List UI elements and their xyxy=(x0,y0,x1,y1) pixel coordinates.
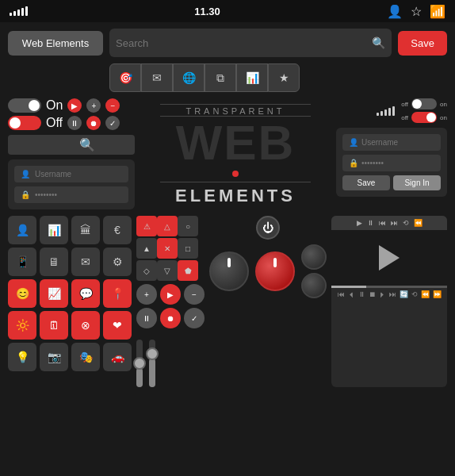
right-toggles: off on off on xyxy=(401,98,447,123)
grid-building-icon[interactable]: 🏛 xyxy=(71,216,100,244)
plus-button[interactable]: + xyxy=(86,98,101,113)
media-icon-r8[interactable]: ▽ xyxy=(157,260,178,281)
nav-icon-globe[interactable]: 🌐 xyxy=(173,63,205,92)
media-btns-row-1: + ▶ − xyxy=(136,284,205,305)
grid-chart-icon[interactable]: 📊 xyxy=(40,216,68,244)
mini-bar-3 xyxy=(384,109,387,116)
media-icon-r7[interactable]: ◇ xyxy=(136,260,157,281)
nav-icon-chart[interactable]: 📊 xyxy=(236,63,268,92)
slider-2[interactable] xyxy=(149,340,155,387)
right-password-input[interactable] xyxy=(361,159,455,167)
nav-icon-row: 🎯 ✉ 🌐 ⧉ 📊 ★ xyxy=(109,63,447,92)
grid-euro-icon[interactable]: € xyxy=(103,216,132,244)
grid-phone-icon[interactable]: 📱 xyxy=(8,248,36,276)
grid-pin-icon[interactable]: 📍 xyxy=(103,279,132,308)
power-button[interactable]: ⏻ xyxy=(256,216,280,240)
toggle-off-row: Off ⏸ ⏺ ✓ xyxy=(8,116,135,130)
vid-ctrl-next[interactable]: ⏭ xyxy=(391,219,398,227)
media-power-btn[interactable]: ⏸ xyxy=(136,308,157,328)
password-input[interactable] xyxy=(35,190,122,199)
media-icon-r3[interactable]: ○ xyxy=(178,216,198,236)
knob-large[interactable] xyxy=(209,251,249,291)
grid-heart-icon[interactable]: ❤ xyxy=(103,311,132,340)
mini-bar-4 xyxy=(388,108,391,116)
slider-knob-2[interactable] xyxy=(146,347,159,360)
toggle-off-switch[interactable] xyxy=(8,116,41,130)
grid-trend-icon[interactable]: 📈 xyxy=(40,279,68,308)
small-search-input[interactable] xyxy=(13,140,76,149)
slider-knob-1[interactable] xyxy=(133,357,146,370)
grid-circle-x-icon[interactable]: ⊗ xyxy=(71,311,100,340)
media-play-btn[interactable]: ▶ xyxy=(160,284,181,305)
vid-bot-stop[interactable]: ⏹ xyxy=(369,290,376,298)
vid-bot-fwd[interactable]: ⏩ xyxy=(433,290,442,298)
slider-1[interactable] xyxy=(136,340,143,387)
login-save-button[interactable]: Save xyxy=(342,175,390,190)
grid-sun-icon[interactable]: 🔆 xyxy=(8,311,36,340)
nav-icon-layers[interactable]: ⧉ xyxy=(205,63,236,92)
media-icon-r5[interactable]: ✕ xyxy=(157,238,178,259)
grid-chat-icon[interactable]: 💬 xyxy=(71,279,100,308)
grid-smiley-icon[interactable]: 😊 xyxy=(8,279,36,308)
vid-bot-rew[interactable]: ⏴ xyxy=(348,290,355,298)
mini-toggle-1[interactable] xyxy=(411,98,437,109)
media-add-btn[interactable]: + xyxy=(136,284,157,305)
media-icon-r2[interactable]: △ xyxy=(157,216,178,236)
media-rec-btn[interactable]: ⏺ xyxy=(160,308,181,328)
mini-toggle-2[interactable] xyxy=(411,112,437,123)
grid-camera-icon[interactable]: 📷 xyxy=(40,343,68,371)
nav-icon-target[interactable]: 🎯 xyxy=(109,63,141,92)
grid-bulb-icon[interactable]: 💡 xyxy=(8,343,36,371)
vid-bot-repeat[interactable]: ⟲ xyxy=(411,290,418,298)
play-button-red[interactable]: ▶ xyxy=(67,98,82,113)
vid-ctrl-back[interactable]: ⏪ xyxy=(414,219,422,227)
media-icon-r4[interactable]: ▲ xyxy=(136,238,157,259)
transparent-label: TRANSPARENT xyxy=(185,106,285,116)
media-icon-r6[interactable]: □ xyxy=(178,238,198,259)
signal-bar-2 xyxy=(13,11,16,16)
vid-ctrl-play[interactable]: ▶ xyxy=(357,219,362,227)
media-minus-btn[interactable]: − xyxy=(184,284,205,305)
signal-strength xyxy=(10,6,28,16)
record-button[interactable]: ⏺ xyxy=(86,116,101,130)
save-button[interactable]: Save xyxy=(398,31,447,56)
vid-bot-play[interactable]: ⏵ xyxy=(379,290,386,298)
toggle-on-text-2: on xyxy=(440,114,447,121)
vid-bot-prev[interactable]: ⏮ xyxy=(338,290,345,298)
right-username-input[interactable] xyxy=(361,138,455,147)
check-button[interactable]: ✓ xyxy=(105,116,120,130)
grid-mail-icon[interactable]: ✉ xyxy=(71,248,100,276)
mini-bar-2 xyxy=(380,111,383,116)
grid-car-icon[interactable]: 🚗 xyxy=(103,343,132,371)
login-signin-button[interactable]: Sign In xyxy=(393,175,441,190)
vid-ctrl-repeat[interactable]: ⟲ xyxy=(403,219,409,227)
vid-bot-refresh[interactable]: 🔄 xyxy=(400,290,408,298)
search-input[interactable] xyxy=(116,37,372,49)
pause-button[interactable]: ⏸ xyxy=(67,116,82,130)
grid-gear-icon[interactable]: ⚙ xyxy=(103,248,132,276)
video-play-triangle[interactable] xyxy=(379,245,400,271)
media-icon-r9[interactable]: ⬟ xyxy=(178,260,198,281)
vid-bot-next[interactable]: ⏭ xyxy=(389,290,396,298)
media-controls: ⚠ △ ○ ▲ ✕ □ ◇ ▽ ⬟ + ▶ − ⏸ ⏺ ✓ xyxy=(136,216,205,387)
media-check-btn[interactable]: ✓ xyxy=(184,308,205,328)
vid-ctrl-prev[interactable]: ⏮ xyxy=(379,219,386,227)
grid-calendar-icon[interactable]: 🗓 xyxy=(40,311,68,340)
vid-bot-pause[interactable]: ⏸ xyxy=(358,290,365,298)
media-icon-r1[interactable]: ⚠ xyxy=(136,216,157,236)
username-input[interactable] xyxy=(35,170,122,178)
vid-ctrl-pause[interactable]: ⏸ xyxy=(367,219,374,227)
nav-icon-star[interactable]: ★ xyxy=(268,63,300,92)
knob-red[interactable] xyxy=(255,251,295,291)
toggle-on-switch[interactable] xyxy=(8,98,41,113)
grid-monitor-icon[interactable]: 🖥 xyxy=(40,248,68,276)
search-icon-button[interactable]: 🔍 xyxy=(372,36,385,49)
knob-sm-1[interactable] xyxy=(301,244,327,270)
minus-button-red[interactable]: − xyxy=(105,98,120,113)
web-elements-button[interactable]: Web Elements xyxy=(8,31,103,56)
grid-person-icon[interactable]: 👤 xyxy=(8,216,36,244)
grid-mask-icon[interactable]: 🎭 xyxy=(71,343,100,371)
vid-bot-back[interactable]: ⏪ xyxy=(421,290,430,298)
knob-sm-2[interactable] xyxy=(301,273,327,298)
nav-icon-mail[interactable]: ✉ xyxy=(141,63,173,92)
